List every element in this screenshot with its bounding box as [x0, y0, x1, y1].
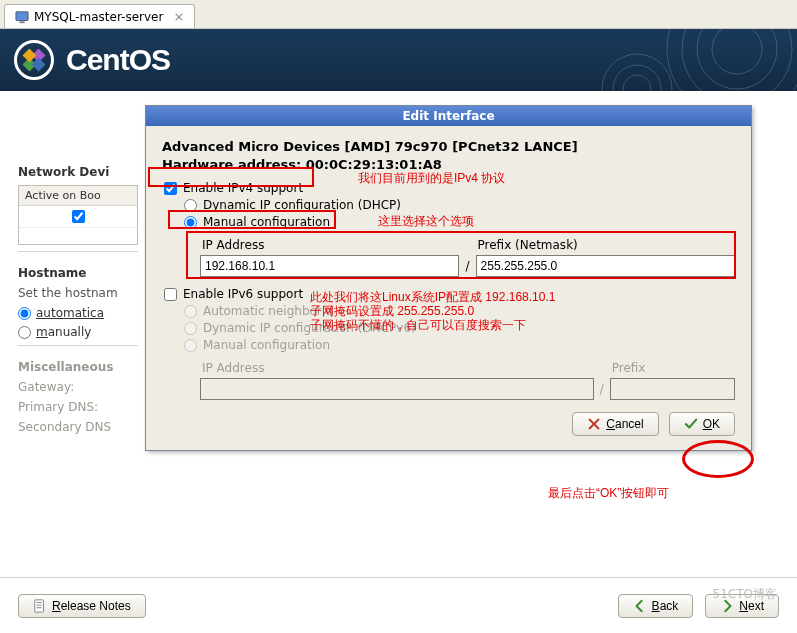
- device-info: Advanced Micro Devices [AMD] 79c970 [PCn…: [162, 138, 735, 173]
- ipv6-address-block: IP Address / Prefix: [200, 358, 735, 400]
- ipv6-dhcp-radio: [184, 322, 197, 335]
- side-panel: Network Devi Active on Boo Hostname Set …: [18, 151, 138, 440]
- prefix-label: Prefix (Netmask): [476, 235, 735, 255]
- enable-ipv6-row: Enable IPv6 support: [162, 287, 735, 301]
- svg-rect-13: [35, 599, 44, 611]
- ipv6-address-input: [200, 378, 594, 400]
- swirl-decoration-icon: [517, 29, 797, 91]
- prefix-input[interactable]: [476, 255, 735, 277]
- heading-network-devices: Network Devi: [18, 165, 138, 179]
- secondary-dns-label: Secondary DNS: [18, 420, 138, 434]
- device-table-header[interactable]: Active on Boo: [19, 186, 137, 206]
- cancel-icon: [587, 417, 601, 431]
- ipv6-manual-radio: [184, 339, 197, 352]
- brand-title: CentOS: [66, 43, 170, 77]
- primary-dns-label: Primary DNS:: [18, 400, 138, 414]
- watermark: 51CTO博客: [713, 586, 777, 603]
- enable-ipv4-checkbox[interactable]: [164, 182, 177, 195]
- vm-tab[interactable]: MYSQL-master-server ×: [4, 4, 195, 28]
- ip6-label: IP Address: [200, 358, 594, 378]
- heading-misc: Miscellaneous: [18, 360, 138, 374]
- ipv6-auto-label: Automatic neighbor d: [203, 304, 333, 318]
- ip-address-input[interactable]: [200, 255, 459, 277]
- ipv6-prefix-input: [610, 378, 735, 400]
- svg-rect-1: [19, 21, 24, 23]
- window-tabbar: MYSQL-master-server ×: [0, 0, 797, 29]
- ipv6-auto-radio: [184, 305, 197, 318]
- svg-point-12: [623, 75, 651, 91]
- enable-ipv6-label: Enable IPv6 support: [183, 287, 303, 301]
- cancel-button[interactable]: Cancel: [572, 412, 658, 436]
- table-row[interactable]: [19, 206, 137, 228]
- annotation-text-4: 最后点击“OK”按钮即可: [548, 485, 669, 502]
- vm-tab-label: MYSQL-master-server: [34, 10, 163, 24]
- hostname-manual-radio-row: manually: [18, 325, 138, 339]
- ip-label: IP Address: [200, 235, 459, 255]
- ipv4-manual-radio[interactable]: [184, 216, 197, 229]
- wizard-footer: Release Notes Back Next: [0, 577, 797, 633]
- heading-hostname: Hostname: [18, 266, 138, 280]
- enable-ipv4-label: Enable IPv4 support: [183, 181, 303, 195]
- table-row: [19, 228, 137, 244]
- ipv4-dhcp-radio[interactable]: [184, 199, 197, 212]
- ok-button[interactable]: OK: [669, 412, 735, 436]
- device-table[interactable]: Active on Boo: [18, 185, 138, 245]
- ipv6-dhcp-label: Dynamic IP configuration (DHCPv6): [203, 321, 416, 335]
- ok-icon: [684, 417, 698, 431]
- hostname-auto-radio[interactable]: [18, 307, 31, 320]
- arrow-left-icon: [633, 599, 647, 613]
- close-icon[interactable]: ×: [173, 9, 184, 24]
- banner: CentOS: [0, 29, 797, 91]
- ipv4-address-block: IP Address / Prefix (Netmask): [200, 235, 735, 277]
- svg-point-9: [712, 29, 762, 74]
- edit-interface-dialog: Edit Interface Advanced Micro Devices [A…: [145, 105, 752, 451]
- set-hostname-text: Set the hostnam: [18, 286, 138, 300]
- svg-point-11: [613, 65, 661, 91]
- centos-logo-icon: [14, 40, 54, 80]
- enable-ipv6-checkbox[interactable]: [164, 288, 177, 301]
- ipv6-manual-row: Manual configuration: [162, 338, 735, 352]
- ipv6-manual-label: Manual configuration: [203, 338, 330, 352]
- active-on-boot-checkbox[interactable]: [72, 210, 85, 223]
- svg-rect-0: [16, 11, 28, 20]
- ipv4-manual-row: Manual configuration: [162, 215, 735, 229]
- back-button[interactable]: Back: [618, 594, 694, 618]
- svg-point-8: [697, 29, 777, 89]
- svg-rect-5: [32, 58, 46, 72]
- notes-icon: [33, 599, 47, 613]
- svg-point-10: [602, 54, 672, 91]
- slash-separator: /: [465, 259, 469, 277]
- hostname-manual-radio[interactable]: [18, 326, 31, 339]
- vm-icon: [15, 10, 29, 24]
- enable-ipv4-row: Enable IPv4 support: [162, 181, 735, 195]
- release-notes-button[interactable]: Release Notes: [18, 594, 146, 618]
- ipv4-dhcp-row: Dynamic IP configuration (DHCP): [162, 198, 735, 212]
- ipv6-dhcp-row: Dynamic IP configuration (DHCPv6): [162, 321, 735, 335]
- ipv6-auto-row: Automatic neighbor d: [162, 304, 735, 318]
- prefix6-label: Prefix: [610, 358, 735, 378]
- svg-point-6: [667, 29, 797, 91]
- hostname-auto-radio-row: automatica: [18, 306, 138, 320]
- ipv4-dhcp-label: Dynamic IP configuration (DHCP): [203, 198, 401, 212]
- gateway-label: Gateway:: [18, 380, 138, 394]
- dialog-title: Edit Interface: [146, 106, 751, 126]
- ipv4-manual-label: Manual configuration: [203, 215, 330, 229]
- svg-rect-4: [23, 49, 37, 63]
